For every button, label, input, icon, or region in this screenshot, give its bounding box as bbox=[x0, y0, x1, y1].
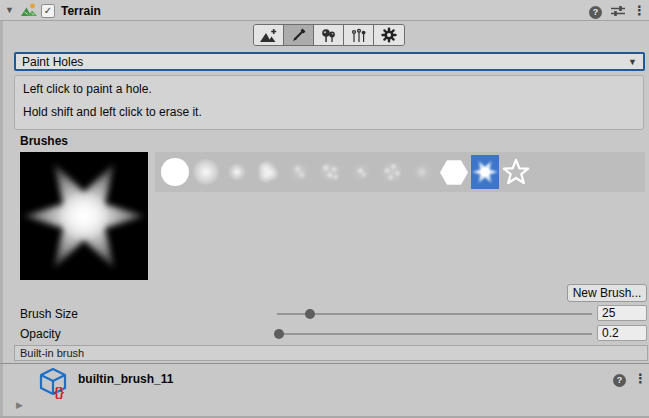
tool-paint-trees-button[interactable] bbox=[314, 25, 344, 45]
more-options-icon[interactable]: ⋮ bbox=[633, 3, 646, 18]
help-line-2: Hold shift and left click to erase it. bbox=[23, 105, 635, 119]
brush-tile-speckle-faint[interactable] bbox=[285, 155, 313, 189]
asset-help-icon[interactable]: ? bbox=[613, 372, 626, 387]
presets-icon[interactable] bbox=[611, 5, 625, 20]
opacity-slider-track[interactable] bbox=[277, 333, 592, 335]
asset-more-options-icon[interactable]: ⋮ bbox=[634, 371, 647, 386]
scriptable-object-cube-icon: {} bbox=[38, 367, 70, 402]
brush-size-slider-track[interactable] bbox=[277, 313, 592, 315]
section-separator bbox=[0, 363, 649, 364]
brush-preview bbox=[20, 152, 148, 280]
brush-tile-circle-hard[interactable] bbox=[161, 155, 189, 189]
opacity-slider-thumb[interactable] bbox=[274, 329, 284, 339]
brush-tile-speckle[interactable] bbox=[316, 155, 344, 189]
component-title: Terrain bbox=[61, 4, 101, 18]
brush-tile-cloud-blob[interactable] bbox=[254, 155, 282, 189]
chevron-down-icon: ▼ bbox=[628, 57, 637, 67]
brush-tile-star-six-selected[interactable] bbox=[471, 155, 499, 189]
brush-size-value-field[interactable]: 25 bbox=[597, 305, 647, 321]
brush-tile-hexagon[interactable] bbox=[440, 155, 468, 189]
opacity-label: Opacity bbox=[20, 327, 61, 341]
terrain-component-icon bbox=[21, 3, 38, 21]
brush-tile-blob-faint[interactable] bbox=[409, 155, 437, 189]
help-icon[interactable]: ? bbox=[589, 4, 602, 19]
brushes-section-label: Brushes bbox=[20, 134, 68, 148]
brush-tile-speckle-small[interactable] bbox=[347, 155, 375, 189]
terrain-tool-toolbar bbox=[253, 24, 405, 46]
brush-tile-speckle-large[interactable] bbox=[378, 155, 406, 189]
brush-tile-star-outline[interactable] bbox=[502, 155, 530, 189]
component-foldout-icon[interactable]: ▼ bbox=[5, 5, 14, 15]
tool-terrain-settings-button[interactable] bbox=[374, 25, 404, 45]
tool-paint-terrain-button[interactable] bbox=[284, 25, 314, 45]
brush-asset-title: builtin_brush_11 bbox=[78, 372, 173, 386]
component-enabled-checkbox[interactable]: ✓ bbox=[41, 4, 55, 18]
asset-foldout-icon[interactable]: ▶ bbox=[16, 400, 23, 410]
paint-mode-selected-value: Paint Holes bbox=[22, 55, 83, 69]
brush-selection-strip bbox=[155, 152, 645, 192]
panel-left-edge bbox=[0, 21, 3, 418]
tool-help-box: Left click to paint a hole. Hold shift a… bbox=[14, 75, 644, 130]
built-in-brush-bar[interactable]: Built-in brush bbox=[14, 345, 648, 361]
svg-text:{}: {} bbox=[54, 384, 64, 399]
brush-tile-circle-soft[interactable] bbox=[192, 155, 220, 189]
paint-mode-dropdown[interactable]: Paint Holes ▼ bbox=[14, 52, 645, 71]
brush-tile-dot-soft[interactable] bbox=[223, 155, 251, 189]
brush-size-label: Brush Size bbox=[20, 307, 78, 321]
tool-create-neighbor-terrains-button[interactable] bbox=[254, 25, 284, 45]
tool-paint-details-button[interactable] bbox=[344, 25, 374, 45]
help-line-1: Left click to paint a hole. bbox=[23, 82, 635, 96]
new-brush-button[interactable]: New Brush... bbox=[567, 284, 647, 302]
terrain-component-header: ▼ ✓ Terrain ? ⋮ bbox=[0, 0, 649, 21]
opacity-value-field[interactable]: 0.2 bbox=[597, 325, 647, 341]
brush-size-slider-thumb[interactable] bbox=[305, 309, 315, 319]
